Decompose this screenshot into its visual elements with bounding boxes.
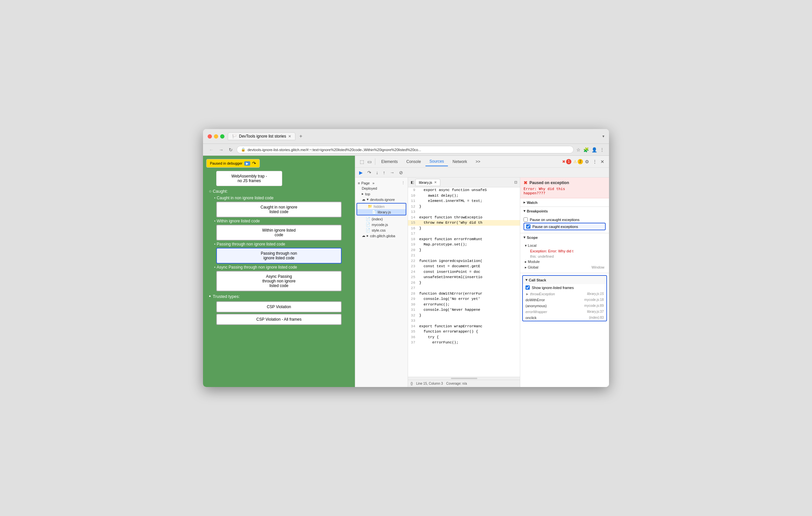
pause-resume-icon[interactable]: ▶ xyxy=(358,169,364,176)
watch-triangle: ▸ xyxy=(523,200,525,205)
page-menu-icon[interactable]: ⋮ xyxy=(401,181,405,185)
call-stack-item-4[interactable]: onclick(index):83 xyxy=(523,315,606,321)
item-box-0[interactable]: Caught in non ignore listed code xyxy=(216,202,342,217)
call-stack-item-3[interactable]: errorWrapperlibrary.js:37 xyxy=(523,309,606,315)
global-item[interactable]: ▸ Global Window xyxy=(523,265,606,270)
item-box-1[interactable]: Within ignore listed code xyxy=(216,225,342,241)
line-code: const text = document.getE xyxy=(418,264,520,269)
mycode-js-item[interactable]: 📄 mycode.js xyxy=(355,222,408,227)
call-stack-header[interactable]: ▾ Call Stack xyxy=(523,276,606,284)
active-tab[interactable]: 🏳️ DevTools ignore list stories ✕ xyxy=(228,132,295,140)
call-stack-item-2[interactable]: (anonymous)mycode.js:89 xyxy=(523,303,606,309)
tab-close-icon[interactable]: ✕ xyxy=(288,134,291,139)
deactivate-btn[interactable]: ⊘ xyxy=(398,169,404,176)
breakpoints-content: Pause on uncaught exceptions Pause on ca… xyxy=(520,215,609,233)
devtools-toolbar: ⬚ ▭ Elements Console Sources Network >> … xyxy=(355,156,609,168)
tab-sources[interactable]: Sources xyxy=(426,157,448,166)
address-bar: ← → ↻ 🔒 devtools-ignore-list-stories.gli… xyxy=(203,144,609,156)
tab-close-icon[interactable]: ✕ xyxy=(434,180,437,184)
call-stack-item-1[interactable]: doWithErrormycode.js:18 xyxy=(523,297,606,303)
code-line-11: 11 element.innerHTML = text; xyxy=(408,198,520,204)
devtools-ignore-label: devtools-ignore xyxy=(370,198,395,202)
step-icon[interactable]: ↷ xyxy=(252,161,256,166)
settings-icon[interactable]: ⚙ xyxy=(584,158,590,165)
library-js-tab[interactable]: library.js ✕ xyxy=(415,179,440,186)
format-icon[interactable]: {} xyxy=(411,382,413,385)
code-area[interactable]: 9 export async function unsafeS10 await … xyxy=(408,187,520,377)
profile-icon[interactable]: 👤 xyxy=(591,147,597,152)
cs-fn-name: (anonymous) xyxy=(525,304,547,308)
tab-console[interactable]: Console xyxy=(402,157,425,166)
page-more-icon: » xyxy=(372,181,374,185)
close-devtools-icon[interactable]: ✕ xyxy=(599,158,606,165)
line-number: 16 xyxy=(408,226,418,231)
close-traffic-light[interactable] xyxy=(208,134,212,139)
page-item[interactable]: ≡ Page » ⋮ xyxy=(355,180,408,186)
line-number: 9 xyxy=(408,187,418,193)
show-ignore-label: Show ignore-listed frames xyxy=(532,286,574,290)
step-btn[interactable]: → xyxy=(388,169,396,176)
tab-network[interactable]: Network xyxy=(448,157,471,166)
device-toolbar-icon[interactable]: ▭ xyxy=(366,158,373,165)
csp-violation-box[interactable]: CSP Violation xyxy=(216,301,342,312)
back-button[interactable]: ← xyxy=(208,147,215,153)
hidden-item[interactable]: 📁 hidden xyxy=(357,204,406,209)
inspector-icon[interactable]: ⬚ xyxy=(358,158,366,165)
bookmark-icon[interactable]: ☆ xyxy=(576,147,581,152)
call-stack-label: Call Stack xyxy=(529,278,546,282)
devtools-panel: ⬚ ▭ Elements Console Sources Network >> … xyxy=(355,156,609,387)
index-item[interactable]: 📄 (index) xyxy=(355,216,408,222)
code-line-16: 16} xyxy=(408,226,520,231)
top-item[interactable]: ▸ top xyxy=(355,191,408,196)
step-over-btn[interactable]: ↷ xyxy=(366,169,373,176)
step-into-btn[interactable]: ↓ xyxy=(375,169,380,176)
library-js-item[interactable]: 📄 library.js xyxy=(357,209,406,215)
refresh-button[interactable]: ↻ xyxy=(227,147,234,153)
horizontal-scrollbar[interactable] xyxy=(451,378,477,379)
index-file-icon: 📄 xyxy=(366,217,370,221)
line-number: 33 xyxy=(408,318,418,324)
tab-bar: 🏳️ DevTools ignore list stories ✕ + xyxy=(228,132,599,140)
address-field[interactable]: 🔒 devtools-ignore-list-stories.glitch.me… xyxy=(237,146,574,153)
sv-expand-icon[interactable]: ⊡ xyxy=(514,180,517,184)
local-item[interactable]: ▾ Local xyxy=(523,243,606,248)
forward-button[interactable]: → xyxy=(218,147,225,153)
exception-banner: ✖ Paused on exception Error: Why did thi… xyxy=(520,178,609,198)
minimize-traffic-light[interactable] xyxy=(214,134,218,139)
item-box-2[interactable]: Passing through non ignore listed code xyxy=(216,248,342,264)
call-stack-item-0[interactable]: ► throwExceptionlibrary.js:15 xyxy=(523,291,606,297)
pause-uncaught-checkbox[interactable] xyxy=(523,217,528,222)
new-tab-button[interactable]: + xyxy=(297,133,304,140)
item-box-3[interactable]: Async Passing through non ignore listed … xyxy=(216,271,342,291)
code-line-22: 22function ignoredcspviolation( xyxy=(408,258,520,264)
code-line-36: 36 try { xyxy=(408,335,520,340)
browser-window: 🏳️ DevTools ignore list stories ✕ + ▾ ← … xyxy=(203,129,609,387)
cdn-item[interactable]: ☁ ▸ cdn.glitch.globa xyxy=(355,233,408,239)
tab-more[interactable]: >> xyxy=(472,157,484,166)
this-scope-item: this: undefined xyxy=(529,254,606,259)
resume-button[interactable]: ▶ xyxy=(244,161,250,165)
show-ignore-checkbox[interactable] xyxy=(525,285,530,290)
pause-uncaught-label: Pause on uncaught exceptions xyxy=(530,218,579,222)
module-item[interactable]: ▸ Module xyxy=(523,259,606,265)
watch-header[interactable]: ▸ Watch xyxy=(520,198,609,207)
breakpoints-header[interactable]: ▾ Breakpoints xyxy=(520,207,609,215)
line-number: 31 xyxy=(408,307,418,313)
style-css-item[interactable]: 📄 style.css xyxy=(355,227,408,233)
csp-all-frames-box[interactable]: CSP Violation - All frames xyxy=(216,314,342,325)
pause-caught-checkbox[interactable] xyxy=(526,224,530,229)
devtools-ignore-item[interactable]: ☁ ▾ devtools-ignore xyxy=(355,196,408,202)
tab-elements[interactable]: Elements xyxy=(377,157,402,166)
more-options-icon[interactable]: ⋮ xyxy=(591,158,599,165)
watch-label: Watch xyxy=(527,201,538,205)
breakpoints-section: ▾ Breakpoints Pause on uncaught exceptio… xyxy=(520,207,609,233)
extensions-icon[interactable]: 🧩 xyxy=(583,147,589,152)
menu-icon[interactable]: ⋮ xyxy=(600,147,604,152)
fullscreen-traffic-light[interactable] xyxy=(220,134,225,139)
code-line-27: 27 xyxy=(408,285,520,291)
panel-toggle-icon[interactable]: ◧ xyxy=(411,180,414,184)
scope-header[interactable]: ▾ Scope xyxy=(520,233,609,242)
code-line-17: 17 xyxy=(408,231,520,237)
step-out-btn[interactable]: ↑ xyxy=(382,169,386,176)
deployed-item[interactable]: Deployed xyxy=(355,186,408,191)
